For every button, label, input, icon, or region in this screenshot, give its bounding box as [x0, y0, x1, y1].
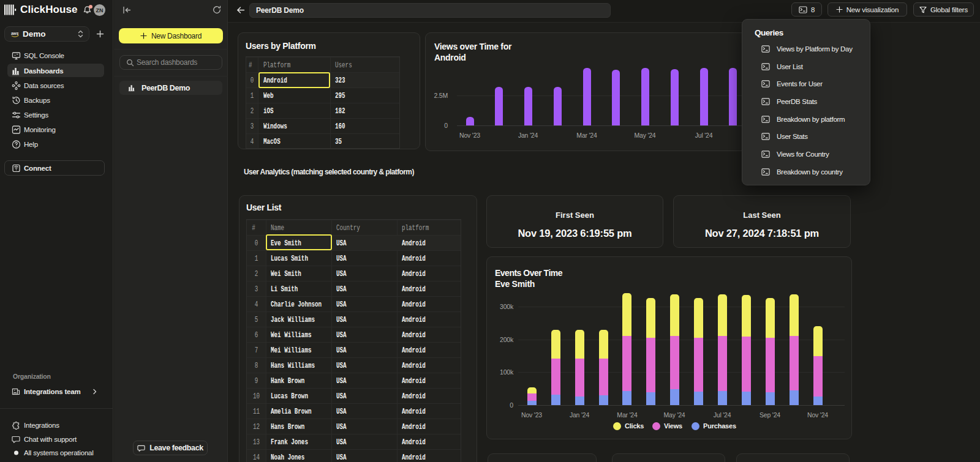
svg-text:aws: aws: [11, 31, 19, 35]
